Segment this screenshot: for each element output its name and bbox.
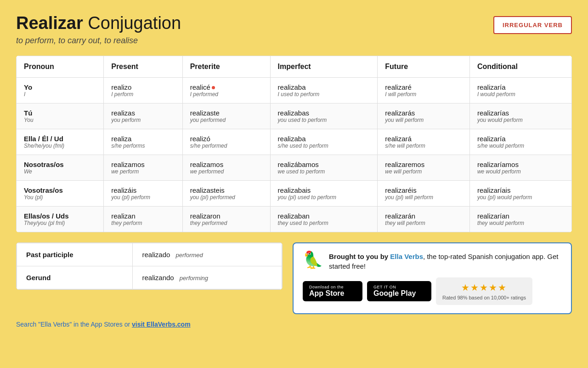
promo-text: Brought to you by Ella Verbs, the top-ra… bbox=[329, 252, 562, 271]
subtitle: to perform, to carry out, to realise bbox=[16, 36, 181, 46]
col-present: Present bbox=[104, 56, 182, 77]
google-play-small: GET IT ON bbox=[373, 285, 396, 289]
page-header: Realizar Conjugation to perform, to carr… bbox=[16, 14, 572, 46]
col-future: Future bbox=[378, 56, 470, 77]
past-participle-value: realizado performed bbox=[133, 243, 282, 266]
past-participle-label: Past participle bbox=[17, 243, 133, 266]
gerund-value: realizando performing bbox=[133, 266, 282, 289]
promo-icon: 🦜 bbox=[303, 252, 323, 268]
stars: ★★★★★ bbox=[442, 282, 526, 293]
bottom-section: Past participle realizado performed Geru… bbox=[16, 242, 572, 314]
participle-table: Past participle realizado performed Geru… bbox=[16, 242, 283, 290]
app-store-big: App Store bbox=[309, 289, 344, 298]
app-store-button[interactable]: Download on the App Store bbox=[303, 281, 362, 301]
table-row: Vosotras/osYou (pl)realizáisyou (pl) per… bbox=[17, 180, 572, 206]
gerund-label: Gerund bbox=[17, 266, 133, 289]
footer-search: Search "Ella Verbs" in the App Stores or… bbox=[16, 321, 572, 328]
irregular-badge: IRREGULAR VERB bbox=[493, 16, 572, 34]
promo-box: 🦜 Brought to you by Ella Verbs, the top-… bbox=[293, 242, 572, 314]
promo-top: 🦜 Brought to you by Ella Verbs, the top-… bbox=[303, 252, 562, 271]
app-store-small: Download on the bbox=[309, 285, 344, 289]
ella-verbs-link[interactable]: Ella Verbs bbox=[390, 253, 423, 260]
google-play-big: Google Play bbox=[373, 289, 416, 298]
col-imperfect: Imperfect bbox=[270, 56, 378, 77]
gerund-row: Gerund realizando performing bbox=[17, 266, 282, 289]
table-row: Ella / Él / UdShe/he/you (fml)realizas/h… bbox=[17, 129, 572, 155]
conjugation-table: Pronoun Present Preterite Imperfect Futu… bbox=[16, 56, 572, 232]
col-preterite: Preterite bbox=[182, 56, 270, 77]
table-row: Ellas/os / UdsThey/you (pl fml)realizant… bbox=[17, 206, 572, 232]
col-conditional: Conditional bbox=[469, 56, 571, 77]
google-play-button[interactable]: GET IT ON Google Play bbox=[367, 281, 431, 301]
promo-buttons: Download on the App Store GET IT ON Goog… bbox=[303, 277, 562, 305]
table-row: YoIrealizoI performrealicéI performedrea… bbox=[17, 77, 572, 103]
page-title: Realizar Conjugation bbox=[16, 14, 181, 33]
table-row: TúYourealizasyou performrealizasteyou pe… bbox=[17, 103, 572, 129]
rating-box: ★★★★★ Rated 98% based on 10,000+ ratings bbox=[436, 277, 532, 305]
footer-link[interactable]: visit EllaVerbs.com bbox=[132, 321, 191, 328]
col-pronoun: Pronoun bbox=[17, 56, 104, 77]
rating-text: Rated 98% based on 10,000+ ratings bbox=[442, 295, 526, 300]
table-row: Nosotras/osWerealizamoswe performrealiza… bbox=[17, 155, 572, 180]
title-block: Realizar Conjugation to perform, to carr… bbox=[16, 14, 181, 46]
past-participle-row: Past participle realizado performed bbox=[17, 243, 282, 266]
